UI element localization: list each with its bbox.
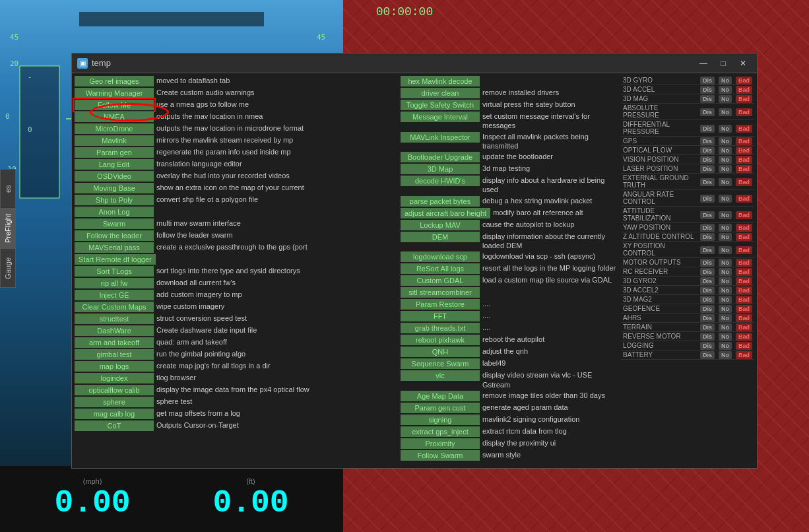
sensor-no-badge: No [719,165,732,173]
feature-button[interactable]: arm and takeoff [75,337,154,348]
content-scroll[interactable]: Geo ref imagesmoved to dataflash tabWarn… [72,73,757,468]
feature-button[interactable]: NMEA [75,112,154,122]
feature-description: use a nmea gps to follow me [156,100,398,109]
sensor-row: DIFFERENTIAL PRESSUREDisNoBad [621,120,754,137]
feature-button[interactable]: adjust aircraft baro height [401,208,490,218]
minimize-button[interactable]: — [695,57,712,70]
feature-button[interactable]: Lockup MAV [401,220,480,230]
feature-button[interactable]: FFT [401,311,480,321]
feature-description: sort tlogs into there type and sysid dir… [156,266,398,275]
sensor-row: RC RECEIVERDisNoBad [621,267,754,277]
feature-description: mirrors the mavlink stream received by m… [156,135,398,145]
feature-button[interactable]: MAVLink Inspector [401,132,480,143]
sensor-name: EXTERNAL GROUND TRUTH [621,174,698,190]
feature-description: overlay the hud into your recorded video… [156,171,398,180]
feature-button[interactable]: Age Map Data [401,391,480,401]
feature-row: Clear Custom Mapswipe custom imagery [75,302,398,312]
feature-button[interactable]: Clear Custom Maps [75,302,154,312]
feature-button[interactable]: DashWare [75,325,154,336]
feature-row: Swarmmulti mav swarm interface [75,218,398,229]
feature-description: logdownload via scp - ssh (apsync) [482,251,618,261]
close-button[interactable]: ✕ [734,57,752,70]
sensor-dis-badge: Dis [700,286,715,294]
feature-button[interactable]: Message Interval [401,112,480,122]
feature-button[interactable]: sitl streamcombiner [401,287,480,298]
feature-button[interactable]: opticalflow calib [75,385,154,395]
feature-button[interactable]: Geo ref images [75,76,154,86]
feature-button[interactable]: gimbal test [75,349,154,360]
feature-button[interactable]: MAVSerial pass [75,242,154,253]
feature-button[interactable]: Param gen cust [401,403,480,413]
feature-button[interactable]: signing [401,415,480,425]
feature-button[interactable]: mag calb log [75,409,154,419]
feature-button[interactable]: grab threads.txt [401,323,480,333]
feature-button[interactable]: sphere [75,397,154,407]
feature-row: FFT.... [401,311,618,321]
feature-button[interactable]: ReSort All logs [401,263,480,274]
tab-preflight[interactable]: PreFlight [0,209,16,248]
feature-description: label49 [482,358,618,368]
feature-button[interactable]: DEM [401,232,480,242]
feature-button[interactable]: CoT [75,420,154,431]
feature-row: Mavlinkmirrors the mavlink stream receiv… [75,135,398,146]
window-controls: — □ ✕ [695,57,752,70]
feature-button[interactable]: logindex [75,373,154,383]
sensor-dis-badge: Dis [700,137,715,145]
feature-button[interactable]: extract gps_inject [401,426,480,437]
feature-button[interactable]: Custom GDAL [401,275,480,286]
sensor-name: LASER POSITION [621,164,698,174]
feature-button[interactable]: QNH [401,347,480,357]
feature-button[interactable]: Shp to Poly [75,195,154,205]
sensor-no-badge: No [719,86,732,94]
sensor-row: YAW POSITIONDisNoBad [621,223,754,232]
feature-button[interactable]: Bootloader Upgrade [401,152,480,162]
feature-button[interactable]: structtest [75,314,154,324]
tab-gauge[interactable]: Gauge [0,248,16,288]
feature-button[interactable]: rip all fw [75,278,154,288]
feature-button[interactable]: Anon Log [75,207,154,217]
sensors-table: 3D GYRODisNoBad3D ACCELDisNoBad3D MAGDis… [621,76,754,360]
feature-button[interactable]: hex Mavlink decode [401,76,480,86]
feature-button[interactable]: OSDVideo [75,171,154,182]
feature-button[interactable]: 3D Map [401,164,480,174]
sensor-bad-badge: Bad [736,342,752,350]
feature-button[interactable]: decode HWID's [401,176,480,186]
feature-button[interactable]: Swarm [75,218,154,229]
sensor-bad-badge: Bad [736,333,752,341]
feature-button[interactable]: Param Restore [401,299,480,310]
feature-button[interactable]: Start Remote df logger [75,254,156,265]
feature-button[interactable]: reboot pixhawk [401,335,480,345]
sensor-row: LOGGINGDisNoBad [621,341,754,350]
sensor-name: Z ALTITUDE CONTROL [621,232,698,242]
feature-button[interactable]: Follow Swarm [401,450,480,461]
feature-row: Warning ManagerCreate custom audio warni… [75,88,398,98]
feature-button[interactable]: Param gen [75,147,154,158]
feature-button[interactable]: Sequence Swarm [401,358,480,369]
feature-button[interactable]: driver clean [401,88,480,98]
feature-button[interactable]: Mavlink [75,135,154,146]
feature-button[interactable]: MicroDrone [75,123,154,134]
feature-description: regenerate the param info used inside mp [156,147,398,156]
feature-button[interactable]: Sort TLogs [75,266,154,277]
sensor-no-badge: No [719,125,732,133]
tab-es[interactable]: es [0,169,16,209]
feature-button[interactable]: Toggle Safety Switch [401,100,480,110]
feature-button[interactable]: Follow Me [75,100,154,110]
feature-row: Moving Baseshow an extra icon on the map… [75,183,398,193]
feature-button[interactable]: logdownload scp [401,251,480,262]
feature-button[interactable]: Proximity [401,438,480,449]
maximize-button[interactable]: □ [715,57,732,70]
sensor-dis-badge: Dis [700,195,715,203]
feature-button[interactable]: Moving Base [75,183,154,193]
feature-button[interactable]: Warning Manager [75,88,154,98]
sensor-bad-badge: Bad [736,147,752,154]
feature-button[interactable]: map logs [75,361,154,372]
feature-row: Proximitydisplay the proximity ui [401,438,618,449]
feature-button[interactable]: Inject GE [75,290,154,300]
sensor-row: GEOFENCEDisNoBad [621,304,754,314]
feature-button[interactable]: parse packet bytes [401,196,480,207]
feature-button[interactable]: Lang Edit [75,159,154,170]
sensor-dis-badge: Dis [700,333,715,341]
feature-button[interactable]: vlc [401,370,480,381]
feature-button[interactable]: Follow the leader [75,230,154,241]
